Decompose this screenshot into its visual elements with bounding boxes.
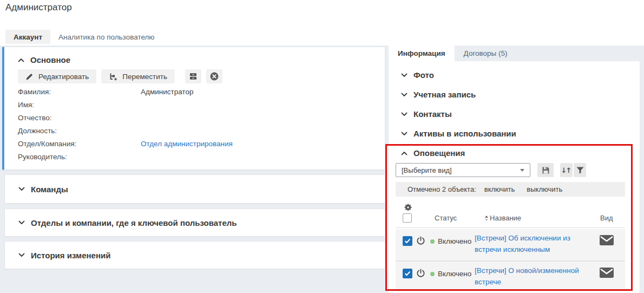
column-kind: Вид bbox=[600, 214, 613, 222]
chevron-down-icon[interactable] bbox=[18, 220, 25, 225]
funnel-icon bbox=[576, 167, 584, 174]
history-header: История изменений bbox=[18, 251, 110, 260]
sort-indicator-icon bbox=[485, 216, 488, 221]
main-info-card: Основное Редактировать Перемести bbox=[2, 47, 385, 170]
chevron-down-icon[interactable] bbox=[401, 132, 408, 136]
header-divider bbox=[396, 227, 625, 228]
status-dot bbox=[430, 272, 435, 276]
assets-title: Активы в использовании bbox=[413, 129, 516, 138]
field-row-lastname: Фамилия: Администратор bbox=[18, 85, 233, 98]
view-selector-value: [Выберите вид] bbox=[402, 166, 452, 174]
sort-arrows-icon: ↓↑ bbox=[561, 166, 572, 174]
field-row-middlename: Отчество: bbox=[18, 111, 233, 124]
filter-button[interactable] bbox=[574, 163, 586, 177]
contacts-title: Контакты bbox=[413, 109, 452, 119]
field-list: Фамилия: Администратор Имя: Отчество: До… bbox=[18, 85, 233, 163]
main-section-header: Основное bbox=[18, 55, 385, 64]
column-status: Статус bbox=[435, 214, 457, 222]
history-title: История изменений bbox=[31, 251, 110, 260]
table-row: Включено [Встречи] Об исключении из встр… bbox=[396, 229, 625, 261]
field-label: Отдел/Компания: bbox=[18, 140, 141, 148]
history-section[interactable]: История изменений bbox=[4, 241, 385, 269]
move-button-label: Переместить bbox=[122, 73, 167, 81]
field-row-position: Должность: bbox=[18, 124, 233, 137]
row-checkbox-checked[interactable] bbox=[403, 236, 412, 246]
row-status: Включено bbox=[438, 270, 471, 278]
chevron-down-icon[interactable] bbox=[18, 187, 25, 191]
chevron-up-icon[interactable] bbox=[18, 58, 24, 62]
enable-action[interactable]: включить bbox=[484, 185, 515, 193]
status-dot bbox=[430, 239, 435, 244]
card-file-button[interactable] bbox=[185, 69, 201, 83]
floppy-icon bbox=[542, 166, 550, 174]
alerts-title: Оповещения bbox=[413, 148, 465, 158]
field-row-department: Отдел/Компания: Отдел администрирования bbox=[18, 137, 233, 150]
row-checkbox-checked[interactable] bbox=[403, 269, 412, 278]
disable-action[interactable]: выключить bbox=[527, 185, 562, 193]
photo-title: Фото bbox=[413, 70, 434, 80]
field-value: Администратор bbox=[141, 88, 193, 96]
departments-header: Отделы и компании, где я ключевой пользо… bbox=[18, 218, 237, 227]
sort-button[interactable]: ↓↑ bbox=[560, 163, 573, 177]
photo-section[interactable]: Фото bbox=[401, 70, 434, 80]
top-tabs: Аккаунт Аналитика по пользователю bbox=[5, 30, 163, 44]
contacts-section[interactable]: Контакты bbox=[401, 109, 452, 119]
teams-header: Команды bbox=[18, 185, 68, 194]
tab-account[interactable]: Аккаунт bbox=[5, 30, 50, 44]
field-label: Руководитель: bbox=[18, 153, 141, 161]
select-all-checkbox[interactable] bbox=[403, 213, 412, 223]
move-button[interactable]: Переместить bbox=[101, 69, 175, 83]
teams-section[interactable]: Команды bbox=[4, 174, 385, 204]
department-link[interactable]: Отдел администрирования bbox=[141, 140, 233, 148]
table-row: Включено [Встречи] О новой/измененной вс… bbox=[396, 262, 625, 290]
tree-move-icon bbox=[109, 73, 117, 81]
edit-button-label: Редактировать bbox=[38, 73, 89, 81]
field-label: Имя: bbox=[18, 101, 141, 109]
chevron-down-icon bbox=[520, 169, 524, 172]
edit-button[interactable]: Редактировать bbox=[18, 69, 96, 83]
page-title: Администратор bbox=[5, 2, 72, 13]
deactivate-button[interactable] bbox=[206, 69, 222, 83]
tab-user-analytics[interactable]: Аналитика по пользователю bbox=[50, 30, 162, 44]
teams-title: Команды bbox=[31, 185, 68, 194]
selection-bar: Отмечено 2 объекта: включить выключить bbox=[396, 182, 625, 197]
x-circle-icon bbox=[209, 71, 219, 81]
account-title: Учетная запись bbox=[413, 90, 476, 99]
chevron-down-icon[interactable] bbox=[18, 253, 25, 257]
field-label: Должность: bbox=[18, 127, 141, 135]
screen: Администратор Аккаунт Аналитика по польз… bbox=[0, 0, 644, 293]
field-row-manager: Руководитель: bbox=[18, 150, 233, 163]
power-icon[interactable] bbox=[416, 236, 425, 245]
tab-contracts[interactable]: Договоры (5) bbox=[455, 45, 517, 61]
chevron-down-icon[interactable] bbox=[401, 93, 408, 97]
right-panel-tabs: Информация Договоры (5) bbox=[389, 45, 517, 61]
field-row-firstname: Имя: bbox=[18, 98, 233, 111]
alert-link[interactable]: [Встречи] О новой/измененной встрече bbox=[475, 265, 587, 288]
departments-section[interactable]: Отделы и компании, где я ключевой пользо… bbox=[4, 209, 385, 237]
save-view-button[interactable] bbox=[537, 163, 554, 177]
pencil-icon bbox=[25, 73, 34, 81]
view-selector[interactable]: [Выберите вид] bbox=[396, 163, 530, 177]
information-panel: Фото Учетная запись Контакты Активы в ис… bbox=[389, 61, 640, 293]
selection-count-label: Отмечено 2 объекта: bbox=[408, 185, 476, 193]
gear-icon[interactable] bbox=[404, 203, 412, 214]
field-label: Отчество: bbox=[18, 114, 141, 122]
mail-icon bbox=[600, 268, 614, 278]
chevron-down-icon[interactable] bbox=[401, 73, 408, 77]
row-status: Включено bbox=[438, 237, 471, 245]
drawers-icon bbox=[189, 73, 197, 80]
main-section-title: Основное bbox=[30, 55, 70, 64]
power-icon[interactable] bbox=[416, 269, 425, 278]
column-name-label: Название bbox=[490, 214, 521, 222]
assets-section[interactable]: Активы в использовании bbox=[401, 129, 516, 138]
mail-icon bbox=[600, 235, 614, 245]
chevron-down-icon[interactable] bbox=[401, 112, 408, 116]
chevron-up-icon[interactable] bbox=[401, 151, 408, 155]
main-toolbar: Редактировать Переместить bbox=[18, 69, 222, 83]
alert-link[interactable]: [Встречи] Об исключении из встречи исклю… bbox=[475, 232, 587, 255]
alerts-section-header[interactable]: Оповещения bbox=[401, 148, 465, 158]
column-name[interactable]: Название bbox=[485, 214, 521, 222]
field-label: Фамилия: bbox=[18, 88, 141, 96]
account-section[interactable]: Учетная запись bbox=[401, 90, 476, 99]
tab-information[interactable]: Информация bbox=[389, 45, 455, 61]
